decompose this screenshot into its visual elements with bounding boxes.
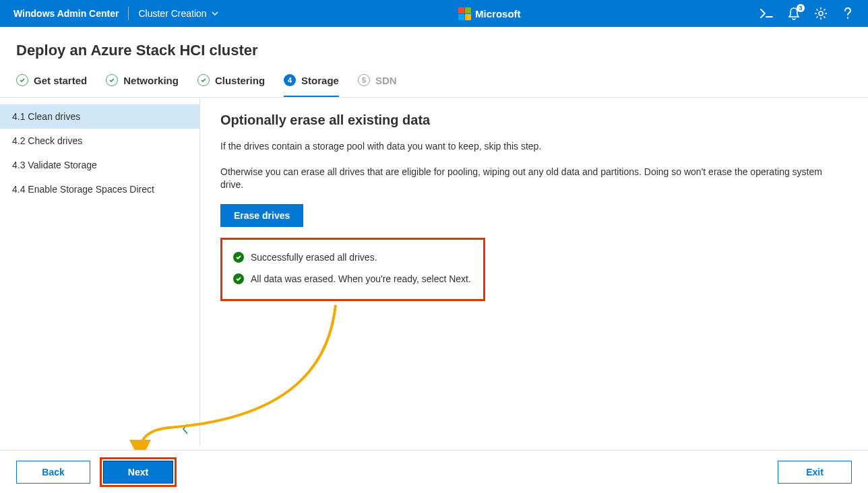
topbar-left: Windows Admin Center Cluster Creation [13,7,219,20]
status-text: Successfully erased all drives. [251,252,377,263]
settings-gear-icon[interactable] [814,7,828,20]
wizard-label: Get started [34,75,87,86]
sidebar-item-validate-storage[interactable]: 4.3 Validate Storage [0,153,199,177]
step-number: 4 [284,74,296,86]
success-check-icon [233,273,244,284]
topbar: Windows Admin Center Cluster Creation Mi… [0,0,868,27]
help-icon[interactable] [841,7,855,20]
check-icon [16,74,28,86]
wizard-label: Storage [301,75,339,86]
wizard-step-clustering[interactable]: Clustering [197,74,265,97]
wizard-steps: Get started Networking Clustering 4 Stor… [0,70,868,98]
wizard-step-networking[interactable]: Networking [106,74,179,97]
next-button[interactable]: Next [103,461,173,484]
success-check-icon [233,252,244,263]
main-body: 4.1 Clean drives 4.2 Check drives 4.3 Va… [0,98,868,446]
wizard-label: Networking [123,75,179,86]
topbar-right: 3 [760,7,855,20]
content-p2: Otherwise you can erase all drives that … [220,166,848,192]
check-icon [106,74,118,86]
status-line-2: All data was erased. When you're ready, … [233,268,472,290]
exit-button[interactable]: Exit [778,461,852,484]
sidebar-item-clean-drives[interactable]: 4.1 Clean drives [0,104,199,129]
separator [128,7,129,20]
erase-drives-button[interactable]: Erase drives [220,204,303,227]
chevron-down-icon [211,9,219,18]
back-button[interactable]: Back [16,461,90,484]
svg-point-0 [819,11,823,15]
wizard-step-sdn[interactable]: 5 SDN [358,74,397,97]
app-title: Windows Admin Center [13,8,119,19]
notification-badge: 3 [797,4,805,12]
footer: Back Next Exit [0,450,868,493]
wizard-label: Clustering [215,75,265,86]
brand: Microsoft [219,7,760,20]
check-icon [197,74,210,86]
sidebar: 4.1 Clean drives 4.2 Check drives 4.3 Va… [0,98,200,446]
content-pane: Optionally erase all existing data If th… [200,98,868,446]
next-highlight-box: Next [100,457,177,487]
content-heading: Optionally erase all existing data [220,112,848,128]
status-highlight-box: Successfully erased all drives. All data… [220,238,485,301]
sidebar-item-check-drives[interactable]: 4.2 Check drives [0,129,199,153]
wizard-label: SDN [375,75,397,86]
microsoft-logo-icon [458,7,471,20]
notifications-icon[interactable]: 3 [787,7,801,20]
status-line-1: Successfully erased all drives. [233,246,472,268]
collapse-sidebar-icon[interactable] [181,422,190,439]
context-label: Cluster Creation [138,8,206,19]
wizard-step-storage[interactable]: 4 Storage [284,74,339,97]
sidebar-item-enable-s2d[interactable]: 4.4 Enable Storage Spaces Direct [0,177,199,201]
powershell-icon[interactable] [760,7,774,20]
wizard-step-get-started[interactable]: Get started [16,74,87,97]
content-p1: If the drives contain a storage pool wit… [220,140,848,154]
page-title: Deploy an Azure Stack HCI cluster [0,27,868,70]
context-dropdown[interactable]: Cluster Creation [138,8,218,19]
brand-text: Microsoft [475,8,521,20]
status-text: All data was erased. When you're ready, … [251,273,471,284]
step-number: 5 [358,74,370,86]
